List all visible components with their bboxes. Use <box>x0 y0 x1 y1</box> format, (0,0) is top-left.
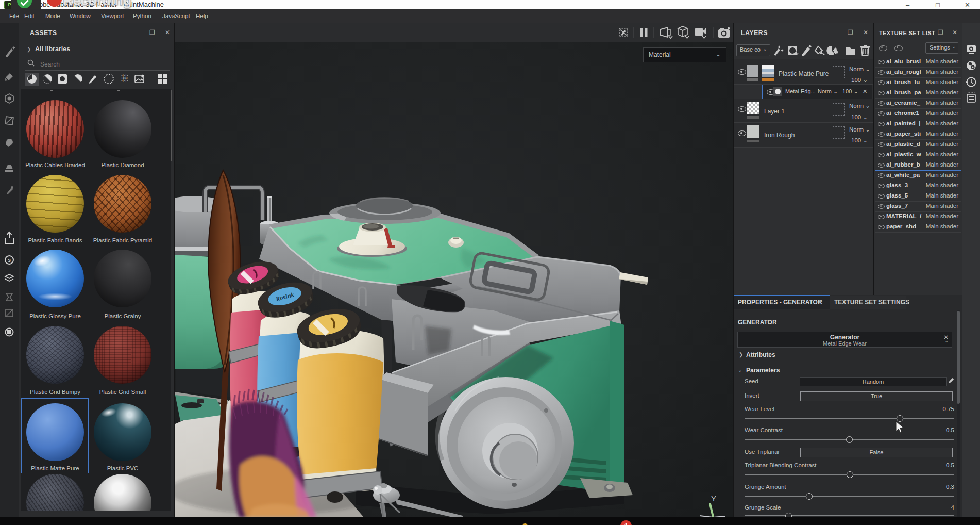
svg-text:S: S <box>8 258 11 263</box>
svg-text:a|a|a: a|a|a <box>121 79 128 82</box>
svg-text:Y: Y <box>711 494 716 503</box>
